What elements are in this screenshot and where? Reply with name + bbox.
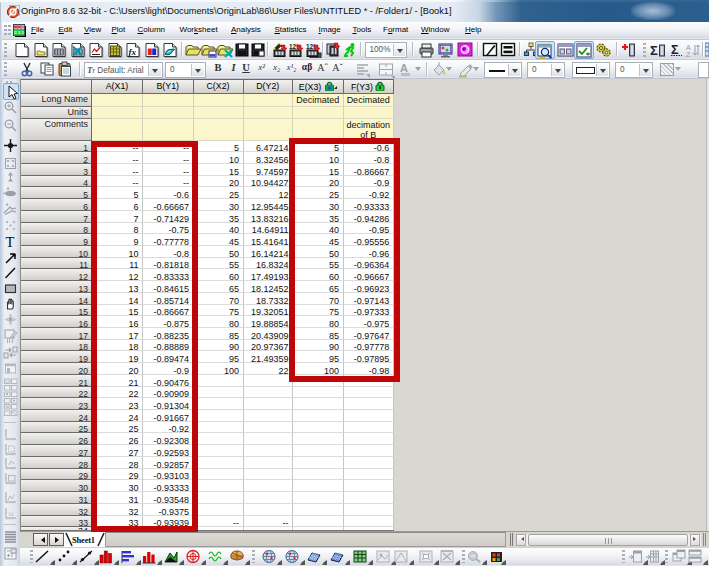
- svg-text:Σ: Σ: [650, 43, 658, 58]
- svg-text:Σ: Σ: [671, 43, 679, 57]
- svg-text:Z: Z: [686, 51, 691, 58]
- svg-text:A: A: [686, 44, 691, 51]
- svg-text:T: T: [5, 234, 14, 250]
- svg-text:ω: ω: [8, 510, 13, 517]
- svg-text:fx: fx: [129, 47, 137, 57]
- svg-text:12: 12: [5, 379, 10, 384]
